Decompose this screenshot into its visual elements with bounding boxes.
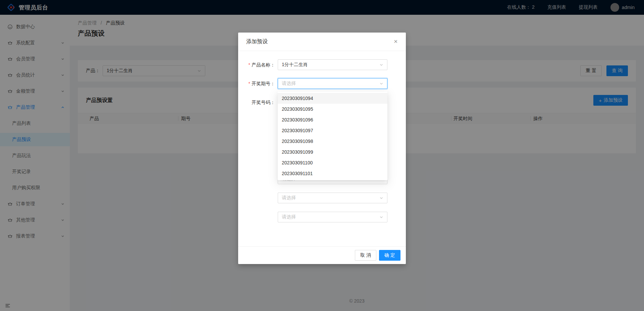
dropdown-option[interactable]: 202303091100 — [278, 157, 387, 168]
dropdown-option[interactable]: 202303091098 — [278, 136, 387, 147]
required-asterisk: * — [249, 62, 250, 67]
draw-issue-select[interactable]: 请选择 — [278, 78, 387, 89]
close-icon[interactable]: ✕ — [393, 39, 398, 45]
product-name-select[interactable]: 1分十二生肖 — [278, 59, 387, 70]
draw-number-select-6[interactable]: 请选择 — [278, 193, 387, 203]
dropdown-option[interactable]: 202303091094 — [278, 93, 387, 104]
cancel-button[interactable]: 取 消 — [355, 250, 376, 261]
modal-title: 添加预设 — [246, 38, 268, 45]
draw-issue-placeholder: 请选择 — [282, 81, 296, 87]
chevron-down-icon — [379, 63, 383, 67]
chevron-down-icon — [379, 196, 383, 200]
draw-issue-dropdown: 202303091094 202303091095 202303091096 2… — [278, 92, 387, 180]
chevron-down-icon — [379, 82, 383, 86]
dropdown-option[interactable]: 202303091096 — [278, 114, 387, 125]
dropdown-option[interactable]: 202303091099 — [278, 147, 387, 157]
dropdown-option[interactable]: 202303091097 — [278, 125, 387, 136]
draw-number-select-7[interactable]: 请选择 — [278, 212, 387, 222]
product-name-label: *产品名称： — [238, 59, 275, 70]
required-asterisk: * — [249, 81, 250, 86]
product-name-value: 1分十二生肖 — [282, 62, 308, 68]
chevron-down-icon — [379, 215, 383, 219]
draw-numbers-label: 开奖号码： — [238, 97, 275, 108]
draw-issue-label: *开奖期号： — [238, 78, 275, 89]
modal-footer: 取 消 确 定 — [238, 246, 406, 264]
confirm-button[interactable]: 确 定 — [379, 250, 400, 261]
dropdown-option[interactable]: 202303091101 — [278, 168, 387, 179]
dropdown-option[interactable]: 202303091095 — [278, 104, 387, 114]
modal-header: 添加预设 ✕ — [238, 33, 406, 51]
